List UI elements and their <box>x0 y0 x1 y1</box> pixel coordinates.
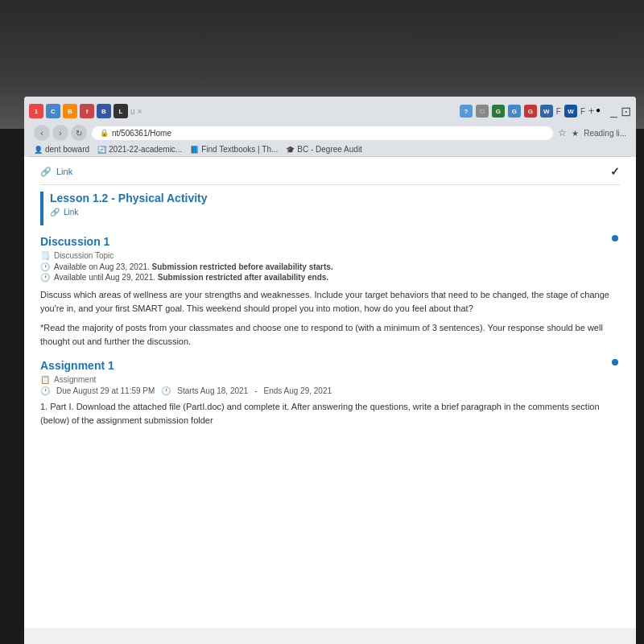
discussion-type-icon: 🗒️ <box>40 251 50 260</box>
extra-tabs: ? □ G G G W F W F + <box>460 105 594 118</box>
tab-f2-label: F <box>580 107 585 116</box>
availability-end-row: 🕐 Available until Aug 29, 2021. Submissi… <box>40 273 620 282</box>
lesson-link-row: 🔗 Link <box>50 208 620 217</box>
discussion-section: Discussion 1 🗒️ Discussion Topic 🕐 Avail… <box>40 235 620 348</box>
refresh-button[interactable]: ↻ <box>71 125 87 141</box>
availability-end-text: Available until Aug 29, 2021. Submission… <box>54 273 328 282</box>
book-icon: 📘 <box>190 146 199 154</box>
assignment-instruction-1: 1. Part I. Download the attached file (P… <box>40 400 620 427</box>
assignment-type-row: 📋 Assignment <box>40 375 620 384</box>
ends-label-text: - <box>254 386 257 395</box>
tab-icon-f[interactable]: f <box>80 104 94 118</box>
bookmarks-bar: 👤 dent boward 🔄 2021-22-academic... 📘 Fi… <box>29 143 631 157</box>
assignment-header-row: Assignment 1 <box>40 359 620 375</box>
back-button[interactable]: ‹ <box>34 125 50 141</box>
lesson-link-label[interactable]: Link <box>64 208 78 217</box>
discussion-header-row: Discussion 1 <box>40 235 620 251</box>
tab-icon-c[interactable]: C <box>46 104 60 118</box>
tab-icon-1[interactable]: 1 <box>29 104 43 118</box>
window-controls: ● _ ⊡ <box>596 104 631 119</box>
bookmark-degree-audit[interactable]: 🎓 BC - Degree Audit <box>286 145 362 154</box>
lesson-link-icon: 🔗 <box>50 208 60 217</box>
top-link-label[interactable]: Link <box>56 167 72 176</box>
tab-misc[interactable]: □ <box>476 105 489 118</box>
tab-g[interactable]: G <box>492 105 505 118</box>
due-label: Due August 29 at 11:59 PM <box>56 386 155 395</box>
assignment-dot <box>612 359 618 365</box>
refresh-icon: 🔄 <box>97 146 106 154</box>
discussion-type-label: Discussion Topic <box>54 251 114 260</box>
lesson-title[interactable]: Lesson 1.2 - Physical Activity <box>50 192 208 204</box>
bookmark-label-2: 2021-22-academic... <box>109 145 182 154</box>
address-bar[interactable]: 🔒 nt/506361/Home <box>92 126 553 140</box>
top-link-item: 🔗 Link ✓ <box>40 165 620 185</box>
bookmark-star-icon[interactable]: ☆ <box>558 127 567 138</box>
starts-label: Starts Aug 18, 2021 <box>177 386 248 395</box>
laptop-screen: 1 C B f B L u × ? □ G G G W F W F + <box>24 97 636 644</box>
tab-separator-x: × <box>138 107 142 116</box>
tab-w[interactable]: W <box>540 105 553 118</box>
degree-icon: 🎓 <box>286 146 295 154</box>
clock-start-icon: 🕐 <box>40 262 50 271</box>
discussion-description-2: *Read the majority of posts from your cl… <box>40 321 620 348</box>
discussion-dot <box>612 235 618 242</box>
close-button[interactable]: ⊡ <box>621 104 631 119</box>
tab-icons: 1 C B f B L u × <box>29 104 458 118</box>
bookmark-academic[interactable]: 🔄 2021-22-academic... <box>97 145 182 154</box>
tab-f-label: F <box>556 107 561 116</box>
forward-button[interactable]: › <box>52 125 68 141</box>
new-tab-button[interactable]: + <box>588 105 594 117</box>
discussion-description-1: Discuss which areas of wellness are your… <box>40 288 620 315</box>
clock-end-icon: 🕐 <box>40 273 50 282</box>
assignment-title[interactable]: Assignment 1 <box>40 359 114 372</box>
availability-start-row: 🕐 Available on Aug 23, 2021. Submission … <box>40 262 620 271</box>
tab-icon-b2[interactable]: B <box>97 104 111 118</box>
nav-buttons: ‹ › ↻ <box>34 125 87 141</box>
reading-list-label: Reading li... <box>584 129 626 138</box>
lesson-header-row: Lesson 1.2 - Physical Activity <box>50 192 620 208</box>
assignment-type-label: Assignment <box>54 375 96 384</box>
starts-clock-icon: 🕐 <box>161 386 171 395</box>
assignment-type-icon: 📋 <box>40 375 50 384</box>
tab-bar: 1 C B f B L u × ? □ G G G W F W F + <box>29 100 631 122</box>
maximize-button[interactable]: _ <box>610 104 617 118</box>
lesson-section: Lesson 1.2 - Physical Activity 🔗 Link <box>40 192 620 225</box>
discussion-type-row: 🗒️ Discussion Topic <box>40 251 620 260</box>
page-content: 🔗 Link ✓ Lesson 1.2 - Physical Activity … <box>24 157 636 628</box>
tab-ge[interactable]: G <box>508 105 521 118</box>
availability-start-text: Available on Aug 23, 2021. Submission re… <box>54 262 333 271</box>
tab-icon-l[interactable]: L <box>114 104 128 118</box>
bookmark-label-1: dent boward <box>45 145 89 154</box>
address-bar-row: ‹ › ↻ 🔒 nt/506361/Home ☆ ★ Reading li... <box>29 122 631 143</box>
bookmark-label-3: Find Textbooks | Th... <box>201 145 278 154</box>
discussion-title[interactable]: Discussion 1 <box>40 235 109 248</box>
tab-icon-b1[interactable]: B <box>63 104 77 118</box>
checkmark-icon: ✓ <box>610 165 620 178</box>
due-clock-icon: 🕐 <box>40 386 50 395</box>
minimize-button[interactable]: ● <box>596 105 607 117</box>
tab-w2[interactable]: W <box>564 105 577 118</box>
bookmark-textbooks[interactable]: 📘 Find Textbooks | Th... <box>190 145 278 154</box>
assignment-section: Assignment 1 📋 Assignment 🕐 Due August 2… <box>40 359 620 427</box>
tab-g2[interactable]: G <box>524 105 537 118</box>
tab-separator: u <box>130 107 135 116</box>
browser-chrome: 1 C B f B L u × ? □ G G G W F W F + <box>24 97 636 157</box>
person-icon: 👤 <box>34 146 43 154</box>
link-type-icon: 🔗 <box>40 167 52 177</box>
lock-icon: 🔒 <box>100 129 109 137</box>
ends-label: Ends Aug 29, 2021 <box>264 386 332 395</box>
bookmark-label-4: BC - Degree Audit <box>297 145 362 154</box>
bookmark-dent-boward[interactable]: 👤 dent boward <box>34 145 89 154</box>
assignment-dates-row: 🕐 Due August 29 at 11:59 PM 🕐 Starts Aug… <box>40 386 620 395</box>
address-text: nt/506361/Home <box>112 129 171 138</box>
toolbar-right: ☆ ★ Reading li... <box>558 127 626 138</box>
tab-q[interactable]: ? <box>460 105 473 118</box>
collections-icon[interactable]: ★ <box>572 129 579 138</box>
